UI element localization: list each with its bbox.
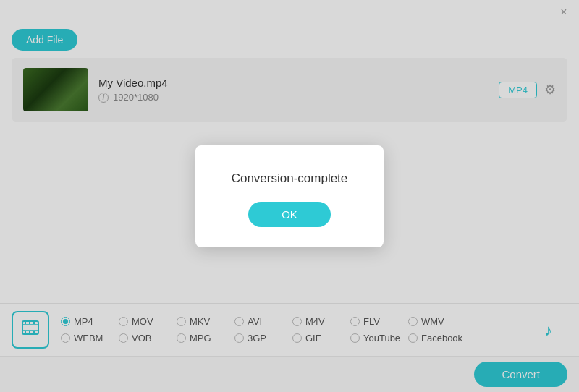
ok-button[interactable]: OK	[248, 202, 331, 227]
modal-overlay: Conversion-complete OK	[0, 0, 579, 392]
modal-box: Conversion-complete OK	[195, 145, 384, 247]
modal-title: Conversion-complete	[232, 171, 348, 186]
